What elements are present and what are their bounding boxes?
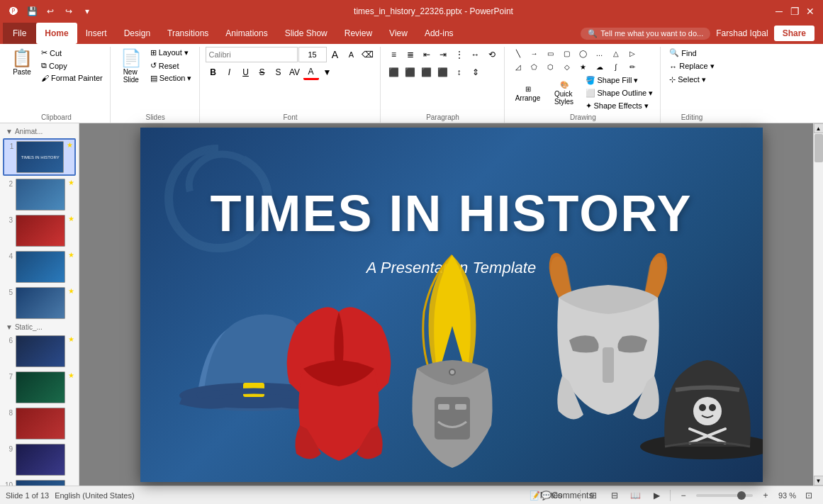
restore-button[interactable]: ❐	[788, 4, 802, 18]
collapse-icon-2[interactable]: ▼	[6, 323, 13, 331]
fit-window-button[interactable]: ⊡	[800, 488, 817, 503]
shape-freeform[interactable]: ✏	[625, 60, 640, 73]
menu-addins[interactable]: Add-ins	[416, 23, 462, 44]
columns-button[interactable]: ⋮	[452, 47, 467, 62]
increase-indent-button[interactable]: ⇥	[435, 47, 451, 62]
font-color-button[interactable]: A	[303, 65, 319, 80]
share-button[interactable]: Share	[774, 26, 814, 41]
menu-animations[interactable]: Animations	[217, 23, 276, 44]
shape-more[interactable]: …	[592, 47, 608, 60]
menu-review[interactable]: Review	[336, 23, 381, 44]
paste-button[interactable]: 📋 Paste	[7, 47, 37, 79]
slide-thumb-9[interactable]: 9	[3, 442, 76, 477]
shape-rounded-rect[interactable]: ▢	[559, 47, 575, 60]
slide-thumb-3[interactable]: 3 ★	[3, 213, 76, 248]
slide-thumb-10[interactable]: 10	[3, 478, 76, 486]
shape-diamond[interactable]: ◇	[559, 60, 575, 73]
shape-cloud[interactable]: ☁	[592, 60, 608, 73]
menu-slideshow[interactable]: Slide Show	[276, 23, 336, 44]
arrange-button[interactable]: ⊞ Arrange	[510, 82, 546, 105]
quick-styles-button[interactable]: 🎨 QuickStyles	[547, 78, 582, 108]
replace-button[interactable]: ↔ Replace ▾	[666, 60, 717, 72]
shadow-button[interactable]: S	[271, 65, 286, 80]
layout-button[interactable]: ⊞Layout ▾	[147, 47, 195, 59]
slide-thumb-4[interactable]: 4 ★	[3, 250, 76, 284]
scroll-up-button[interactable]: ▲	[814, 123, 824, 133]
section-button[interactable]: ▤Section ▾	[147, 72, 195, 84]
zoom-slider[interactable]	[696, 494, 753, 497]
shape-triangle1[interactable]: △	[608, 47, 624, 60]
italic-button[interactable]: I	[222, 65, 237, 80]
font-size-input[interactable]	[298, 47, 327, 62]
shape-rtriangle[interactable]: ◿	[510, 60, 526, 73]
bullets-button[interactable]: ≡	[386, 47, 402, 62]
scroll-thumb[interactable]	[814, 134, 823, 162]
customize-qat-button[interactable]: ▾	[79, 4, 95, 19]
font-spacing-button[interactable]: AV	[287, 65, 303, 80]
cut-button[interactable]: ✂Cut	[38, 47, 106, 59]
shape-outline-button[interactable]: ⬜ Shape Outline ▾	[583, 87, 656, 99]
shape-pentagon[interactable]: ⬠	[527, 60, 542, 73]
para-spacing-button[interactable]: ⇕	[468, 65, 483, 80]
menu-file[interactable]: File	[3, 23, 36, 44]
undo-button[interactable]: ↩	[43, 4, 58, 19]
slide-thumb-5[interactable]: 5 ★	[3, 286, 76, 320]
shape-fill-button[interactable]: 🪣 Shape Fill ▾	[583, 74, 656, 86]
close-button[interactable]: ✕	[803, 4, 817, 18]
normal-view-button[interactable]: ⊞	[585, 488, 602, 503]
minimize-button[interactable]: ─	[772, 4, 786, 18]
select-button[interactable]: ⊹ Select ▾	[666, 74, 709, 86]
menu-insert[interactable]: Insert	[77, 23, 116, 44]
decrease-font-button[interactable]: A	[344, 47, 359, 62]
comments-button[interactable]: 💬 Comments	[559, 488, 576, 503]
shape-line[interactable]: ╲	[510, 47, 526, 60]
slide-thumb-2[interactable]: 2 ★	[3, 177, 76, 212]
scroll-down-button[interactable]: ▼	[814, 476, 824, 486]
shape-curve[interactable]: ∫	[608, 60, 624, 73]
shape-star[interactable]: ★	[576, 60, 591, 73]
font-name-input[interactable]	[206, 47, 298, 62]
clear-format-button[interactable]: ⌫	[360, 47, 376, 62]
decrease-indent-button[interactable]: ⇤	[419, 47, 435, 62]
redo-button[interactable]: ↪	[61, 4, 77, 19]
shape-rect[interactable]: ▭	[543, 47, 559, 60]
menu-home[interactable]: Home	[36, 23, 77, 44]
collapse-icon[interactable]: ▼	[6, 128, 13, 135]
reading-view-button[interactable]: 📖	[627, 488, 644, 503]
shape-effects-button[interactable]: ✦ Shape Effects ▾	[583, 100, 656, 112]
underline-button[interactable]: U	[238, 65, 254, 80]
align-right-button[interactable]: ⬛	[419, 65, 435, 80]
smartart-convert-button[interactable]: ⟲	[484, 47, 500, 62]
justify-button[interactable]: ⬛	[435, 65, 451, 80]
new-slide-button[interactable]: 📄 NewSlide	[116, 47, 146, 86]
slide-canvas[interactable]: TIMES IN HISTORY A Presentation Template	[140, 128, 763, 482]
menu-design[interactable]: Design	[116, 23, 159, 44]
increase-font-button[interactable]: A	[327, 47, 343, 62]
shape-arrow[interactable]: →	[527, 47, 542, 60]
zoom-slider-thumb[interactable]	[737, 491, 746, 500]
text-direction-button[interactable]: ↔	[468, 47, 483, 62]
numbering-button[interactable]: ≣	[403, 47, 418, 62]
highlight-button[interactable]: ▼	[320, 65, 335, 80]
zoom-in-button[interactable]: +	[757, 488, 774, 503]
shape-hex[interactable]: ⬡	[543, 60, 559, 73]
bold-button[interactable]: B	[206, 65, 221, 80]
line-spacing-button[interactable]: ↕	[452, 65, 467, 80]
shape-ellipse[interactable]: ◯	[576, 47, 591, 60]
save-button[interactable]: 💾	[24, 4, 40, 19]
shape-triangle2[interactable]: ▷	[625, 47, 640, 60]
reset-button[interactable]: ↺Reset	[147, 60, 195, 72]
menu-view[interactable]: View	[381, 23, 416, 44]
copy-button[interactable]: ⧉Copy	[38, 60, 106, 72]
strikethrough-button[interactable]: S	[254, 65, 270, 80]
format-painter-button[interactable]: 🖌Format Painter	[38, 72, 106, 84]
slide-thumb-8[interactable]: 8	[3, 406, 76, 441]
menu-transitions[interactable]: Transitions	[159, 23, 217, 44]
slide-thumb-7[interactable]: 7 ★	[3, 370, 76, 405]
align-left-button[interactable]: ⬛	[386, 65, 402, 80]
zoom-out-button[interactable]: −	[675, 488, 692, 503]
slide-thumb-1[interactable]: 1 TIMES IN HISTORY ★	[3, 138, 76, 176]
slide-thumb-6[interactable]: 6 ★	[3, 334, 76, 369]
slide-sorter-button[interactable]: ⊟	[606, 488, 623, 503]
tell-me-search[interactable]: 🔍 Tell me what you want to do...	[581, 28, 710, 40]
